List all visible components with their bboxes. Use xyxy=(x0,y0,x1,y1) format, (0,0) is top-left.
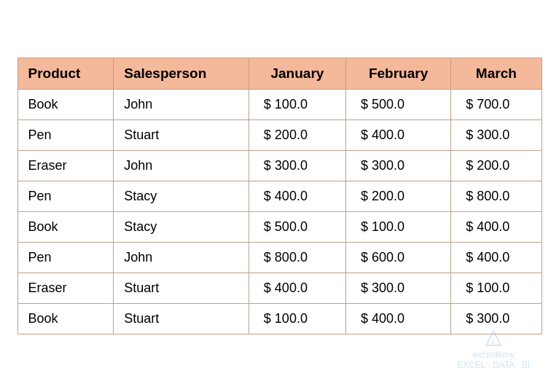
table-row: EraserJohn$ 300.0$ 300.0$ 200.0 xyxy=(17,151,542,181)
cell-r1-c2: $ 200.0 xyxy=(249,120,345,151)
cell-r7-c4: $ 300.0 xyxy=(451,304,542,334)
table-row: BookJohn$ 100.0$ 500.0$ 700.0 xyxy=(17,90,542,120)
table-row: PenJohn$ 800.0$ 600.0$ 400.0 xyxy=(17,243,542,273)
cell-r4-c1: Stacy xyxy=(114,212,249,243)
table-row: BookStacy$ 500.0$ 100.0$ 400.0 xyxy=(17,212,542,243)
cell-r3-c3: $ 200.0 xyxy=(346,181,451,212)
cell-r2-c0: Eraser xyxy=(17,151,114,181)
cell-r6-c1: Stuart xyxy=(114,273,249,304)
cell-r0-c3: $ 500.0 xyxy=(346,90,451,120)
header-march: March xyxy=(451,58,542,90)
cell-r0-c4: $ 700.0 xyxy=(451,90,542,120)
cell-r1-c3: $ 400.0 xyxy=(346,120,451,151)
cell-r4-c3: $ 100.0 xyxy=(346,212,451,243)
cell-r0-c1: John xyxy=(114,90,249,120)
cell-r0-c0: Book xyxy=(17,90,114,120)
cell-r5-c3: $ 600.0 xyxy=(346,243,451,273)
cell-r7-c2: $ 100.0 xyxy=(249,304,345,334)
header-salesperson: Salesperson xyxy=(114,58,249,90)
cell-r2-c2: $ 300.0 xyxy=(249,151,345,181)
header-product: Product xyxy=(17,58,114,90)
header-february: February xyxy=(346,58,451,90)
cell-r2-c3: $ 300.0 xyxy=(346,151,451,181)
header-row: ProductSalespersonJanuaryFebruaryMarch xyxy=(17,58,542,90)
cell-r7-c3: $ 400.0 xyxy=(346,304,451,334)
cell-r7-c0: Book xyxy=(17,304,114,334)
sales-table: ProductSalespersonJanuaryFebruaryMarch B… xyxy=(17,58,542,334)
cell-r5-c1: John xyxy=(114,243,249,273)
table-wrapper: ProductSalespersonJanuaryFebruaryMarch B… xyxy=(0,0,559,392)
cell-r4-c2: $ 500.0 xyxy=(249,212,345,243)
cell-r2-c1: John xyxy=(114,151,249,181)
cell-r5-c4: $ 400.0 xyxy=(451,243,542,273)
cell-r3-c2: $ 400.0 xyxy=(249,181,345,212)
cell-r6-c0: Eraser xyxy=(17,273,114,304)
cell-r4-c0: Book xyxy=(17,212,114,243)
cell-r6-c4: $ 100.0 xyxy=(451,273,542,304)
cell-r1-c0: Pen xyxy=(17,120,114,151)
cell-r4-c4: $ 400.0 xyxy=(451,212,542,243)
table-row: PenStacy$ 400.0$ 200.0$ 800.0 xyxy=(17,181,542,212)
cell-r5-c2: $ 800.0 xyxy=(249,243,345,273)
cell-r3-c1: Stacy xyxy=(114,181,249,212)
header-january: January xyxy=(249,58,345,90)
table-row: EraserStuart$ 400.0$ 300.0$ 100.0 xyxy=(17,273,542,304)
cell-r0-c2: $ 100.0 xyxy=(249,90,345,120)
cell-r1-c1: Stuart xyxy=(114,120,249,151)
table-row: PenStuart$ 200.0$ 400.0$ 300.0 xyxy=(17,120,542,151)
cell-r7-c1: Stuart xyxy=(114,304,249,334)
cell-r5-c0: Pen xyxy=(17,243,114,273)
cell-r3-c4: $ 800.0 xyxy=(451,181,542,212)
table-row: BookStuart$ 100.0$ 400.0$ 300.0 xyxy=(17,304,542,334)
cell-r3-c0: Pen xyxy=(17,181,114,212)
cell-r2-c4: $ 200.0 xyxy=(451,151,542,181)
cell-r6-c2: $ 400.0 xyxy=(249,273,345,304)
cell-r1-c4: $ 300.0 xyxy=(451,120,542,151)
cell-r6-c3: $ 300.0 xyxy=(346,273,451,304)
